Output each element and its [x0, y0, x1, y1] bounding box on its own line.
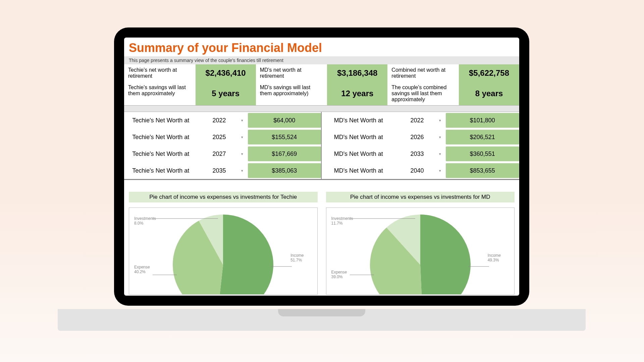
- row-label: MD's Net Worth at: [322, 132, 395, 142]
- row-year: 2022: [198, 117, 241, 124]
- kpi-grid: Techie's net worth at retirement $2,436,…: [124, 64, 519, 105]
- table-row: MD's Net Worth at 2033 ▾ $360,551: [322, 145, 519, 162]
- row-label: MD's Net Worth at: [322, 166, 395, 176]
- row-year: 2040: [395, 167, 439, 174]
- callout-investments: Investments 8.0%: [134, 216, 156, 226]
- kpi-label: MD's net worth at retirement: [256, 64, 327, 82]
- row-label: MD's Net Worth at: [322, 116, 395, 125]
- row-year: 2027: [198, 150, 241, 158]
- table-row: Techie's Net Worth at 2025 ▾ $155,524: [124, 129, 321, 145]
- callout-expense: Expense 39.0%: [331, 270, 347, 279]
- pie-svg: [326, 208, 514, 295]
- table-row: MD's Net Worth at 2022 ▾ $101,800: [322, 112, 519, 129]
- row-label: Techie's Net Worth at: [124, 132, 198, 142]
- page-subtitle: This page presents a summary view of the…: [124, 56, 519, 64]
- dropdown-icon[interactable]: ▾: [241, 135, 248, 139]
- laptop-screen: Summary of your Financial Model This pag…: [124, 38, 519, 296]
- laptop-base: [58, 309, 586, 331]
- laptop-frame: Summary of your Financial Model This pag…: [114, 27, 529, 306]
- networth-tables: Techie's Net Worth at 2022 ▾ $64,000 Tec…: [124, 112, 519, 180]
- page-title: Summary of your Financial Model: [129, 41, 519, 55]
- kpi-value: 12 years: [327, 82, 387, 105]
- row-value: $360,551: [446, 146, 520, 161]
- networth-table-md: MD's Net Worth at 2022 ▾ $101,800 MD's N…: [322, 112, 519, 179]
- pie-charts-section: Pie chart of income vs expenses vs inves…: [124, 192, 519, 295]
- row-value: $155,524: [248, 130, 321, 144]
- dropdown-icon[interactable]: ▾: [439, 135, 446, 139]
- row-value: $167,669: [248, 146, 321, 161]
- callout-income: Income 49.3%: [488, 253, 501, 262]
- table-row: MD's Net Worth at 2026 ▾ $206,521: [322, 129, 519, 145]
- networth-table-techie: Techie's Net Worth at 2022 ▾ $64,000 Tec…: [124, 112, 322, 179]
- dropdown-icon[interactable]: ▾: [241, 118, 248, 123]
- callout-expense: Expense 40.2%: [134, 265, 150, 274]
- row-value: $64,000: [248, 113, 321, 128]
- chart-title: Pie chart of income vs expenses vs inves…: [326, 192, 515, 202]
- table-row: Techie's Net Worth at 2027 ▾ $167,669: [124, 145, 321, 162]
- laptop-notch: [278, 309, 365, 316]
- divider: [124, 105, 519, 112]
- row-value: $853,655: [446, 163, 520, 178]
- pie-slice: [420, 215, 471, 295]
- row-label: Techie's Net Worth at: [124, 166, 198, 176]
- kpi-label: The couple's combined savings will last …: [387, 82, 459, 105]
- row-value: $101,800: [446, 113, 520, 128]
- pie-chart-techie: Pie chart of income vs expenses vs inves…: [129, 192, 318, 295]
- table-row: MD's Net Worth at 2040 ▾ $853,655: [322, 162, 519, 179]
- dropdown-icon[interactable]: ▾: [241, 169, 248, 173]
- chart-title: Pie chart of income vs expenses vs inves…: [129, 192, 318, 202]
- kpi-label: MD's savings will last them approximatel…: [256, 82, 327, 105]
- row-value: $206,521: [446, 130, 520, 144]
- chart-card: Investments 11.7% Expense 39.0% Income 4…: [326, 207, 515, 295]
- row-label: Techie's Net Worth at: [124, 149, 198, 159]
- kpi-label: Techie's savings will last them approxim…: [124, 82, 196, 105]
- kpi-value: $5,622,758: [459, 64, 519, 82]
- table-row: Techie's Net Worth at 2035 ▾ $385,063: [124, 162, 321, 179]
- dropdown-icon[interactable]: ▾: [241, 152, 248, 156]
- dropdown-icon[interactable]: ▾: [439, 169, 446, 173]
- table-row: Techie's Net Worth at 2022 ▾ $64,000: [124, 112, 321, 129]
- kpi-value: 8 years: [459, 82, 519, 105]
- kpi-label: Combined net worth at retirement: [387, 64, 459, 82]
- row-year: 2025: [198, 134, 241, 141]
- row-label: Techie's Net Worth at: [124, 116, 198, 125]
- kpi-value: $2,436,410: [196, 64, 256, 82]
- row-year: 2026: [395, 134, 439, 141]
- row-value: $385,063: [248, 163, 321, 178]
- callout-investments: Investments 11.7%: [331, 216, 353, 226]
- dropdown-icon[interactable]: ▾: [439, 152, 446, 156]
- callout-income: Income 51.7%: [290, 253, 304, 262]
- kpi-label: Techie's net worth at retirement: [124, 64, 196, 82]
- pie-chart-md: Pie chart of income vs expenses vs inves…: [326, 192, 515, 295]
- row-year: 2022: [395, 117, 439, 124]
- row-year: 2035: [198, 167, 241, 174]
- pie-slice: [218, 215, 273, 295]
- pie-svg: [129, 208, 317, 295]
- kpi-value: 5 years: [196, 82, 256, 105]
- dropdown-icon[interactable]: ▾: [439, 118, 446, 123]
- row-year: 2033: [395, 150, 439, 158]
- kpi-value: $3,186,348: [327, 64, 387, 82]
- row-label: MD's Net Worth at: [322, 149, 395, 159]
- chart-card: Investments 8.0% Expense 40.2% Income 51…: [129, 207, 318, 295]
